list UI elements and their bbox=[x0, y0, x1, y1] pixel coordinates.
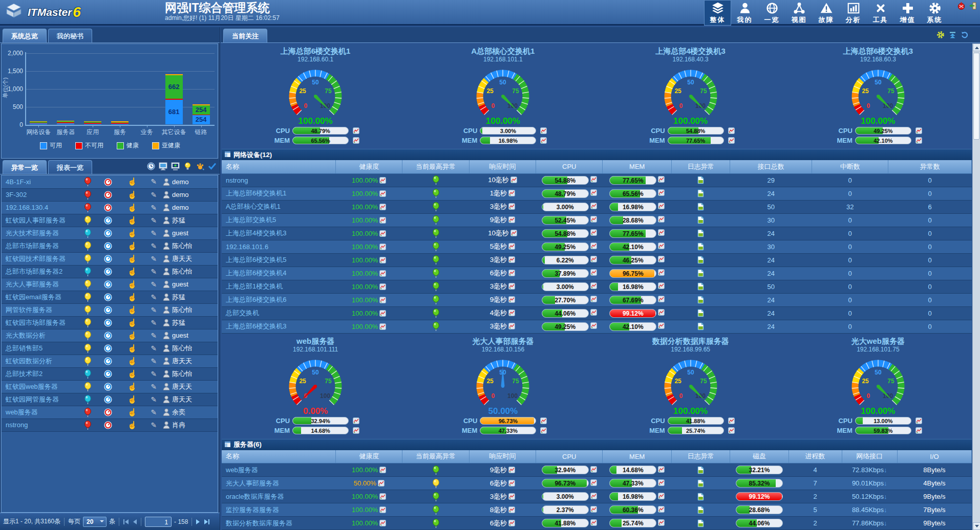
trend-icon[interactable] bbox=[658, 242, 665, 249]
locate-hand-icon[interactable]: ☝ bbox=[127, 421, 137, 429]
column-header[interactable]: CPU bbox=[536, 450, 603, 463]
alarm-balloon-icon[interactable] bbox=[433, 255, 439, 264]
trend-icon[interactable] bbox=[590, 282, 597, 289]
exception-row[interactable]: 总部市场部服务器 ☝ ✎ 陈心怡 bbox=[2, 239, 218, 252]
resource-name[interactable]: 192.168.130.4 bbox=[2, 201, 78, 214]
trend-icon[interactable] bbox=[508, 520, 515, 526]
logout-icon[interactable] bbox=[968, 2, 977, 12]
mini-gauge-icon[interactable] bbox=[104, 370, 112, 378]
log-icon[interactable] bbox=[697, 189, 704, 197]
mini-gauge-icon[interactable] bbox=[104, 306, 112, 314]
bar-segment-不可用[interactable] bbox=[84, 123, 101, 124]
edit-icon[interactable]: ✎ bbox=[151, 421, 157, 429]
trend-icon[interactable] bbox=[658, 296, 665, 302]
bar-应用[interactable] bbox=[84, 121, 101, 124]
alarm-balloon-icon[interactable] bbox=[433, 229, 439, 238]
column-header[interactable]: 中断数 bbox=[812, 160, 888, 173]
alarm-balloon-icon[interactable] bbox=[84, 267, 91, 276]
resource-name[interactable]: 虹钦园技术部服务器 bbox=[2, 252, 78, 265]
alarm-balloon-icon[interactable] bbox=[433, 189, 439, 198]
trend-icon[interactable] bbox=[379, 257, 386, 263]
trend-icon[interactable] bbox=[379, 204, 386, 210]
trend-icon[interactable] bbox=[353, 127, 359, 134]
mini-gauge-icon[interactable] bbox=[104, 255, 112, 263]
locate-hand-icon[interactable]: ☝ bbox=[127, 318, 137, 327]
log-icon[interactable] bbox=[697, 242, 704, 251]
exception-row[interactable]: web服务器 ☝ ✎ 余奕 bbox=[2, 406, 218, 418]
settings-icon[interactable] bbox=[936, 31, 945, 41]
trend-icon[interactable] bbox=[590, 506, 597, 513]
edit-icon[interactable]: ✎ bbox=[151, 229, 157, 237]
trend-icon[interactable] bbox=[915, 137, 922, 144]
trend-icon[interactable] bbox=[508, 243, 515, 250]
refresh-icon[interactable] bbox=[961, 31, 969, 41]
alarm-balloon-icon[interactable] bbox=[84, 357, 91, 366]
check-icon[interactable] bbox=[208, 162, 217, 170]
locate-hand-icon[interactable]: ☝ bbox=[127, 382, 137, 391]
edit-icon[interactable]: ✎ bbox=[151, 408, 157, 416]
trend-icon[interactable] bbox=[379, 177, 386, 184]
bulb-icon[interactable] bbox=[183, 162, 192, 170]
column-header[interactable]: 日志异常 bbox=[672, 450, 730, 463]
trend-icon[interactable] bbox=[590, 176, 597, 183]
mini-gauge-icon[interactable] bbox=[104, 344, 112, 352]
mini-gauge-icon[interactable] bbox=[104, 216, 112, 225]
exception-row[interactable]: 192.168.130.4 ☝ ✎ demo bbox=[2, 201, 218, 214]
exception-row[interactable]: 光大数据分析 ☝ ✎ guest bbox=[2, 329, 218, 342]
trend-icon[interactable] bbox=[540, 417, 547, 424]
device-name[interactable]: 上海总部4楼交换机3 bbox=[222, 227, 336, 240]
device-title[interactable]: web服务器 bbox=[222, 336, 409, 346]
trend-icon[interactable] bbox=[658, 519, 665, 526]
alarm-balloon-icon[interactable] bbox=[84, 203, 91, 212]
bar-segment-可用[interactable]: 254 bbox=[193, 115, 210, 124]
alarm-balloon-icon[interactable] bbox=[433, 215, 439, 225]
mini-gauge-icon[interactable] bbox=[104, 408, 112, 416]
bar-segment-健康[interactable]: 662 bbox=[165, 75, 183, 99]
bar-服务[interactable] bbox=[111, 121, 129, 124]
locate-hand-icon[interactable]: ☝ bbox=[127, 395, 137, 404]
edit-icon[interactable]: ✎ bbox=[151, 216, 157, 225]
scrollbar-thumb[interactable] bbox=[973, 53, 979, 140]
alarm-balloon-icon[interactable] bbox=[84, 331, 91, 340]
exception-row[interactable]: 虹钦园web服务器 ☝ ✎ 唐天天 bbox=[2, 380, 218, 393]
device-row[interactable]: 192.168.101.6 100.00% 5毫秒 49.25% 42.10% … bbox=[222, 240, 972, 253]
device-name[interactable]: 上海总部6楼交换机6 bbox=[222, 293, 336, 306]
bar-segment-健康[interactable] bbox=[30, 122, 47, 123]
bar-segment-可用[interactable] bbox=[84, 124, 101, 125]
trend-icon[interactable] bbox=[353, 417, 359, 424]
resource-name[interactable]: 4B-1F-xi bbox=[2, 175, 78, 188]
column-header[interactable]: 响应时间 bbox=[469, 450, 536, 463]
nav-user[interactable]: 我的 bbox=[731, 0, 758, 26]
trend-icon[interactable] bbox=[658, 203, 665, 209]
tab-系统总览[interactable]: 系统总览 bbox=[3, 29, 47, 42]
locate-hand-icon[interactable]: ☝ bbox=[127, 344, 137, 352]
edit-icon[interactable]: ✎ bbox=[151, 178, 157, 186]
paw-icon[interactable] bbox=[196, 162, 204, 170]
edit-icon[interactable]: ✎ bbox=[151, 204, 157, 212]
locate-hand-icon[interactable]: ☝ bbox=[127, 369, 137, 378]
server-name[interactable]: oracle数据库服务器 bbox=[222, 490, 336, 503]
exception-row[interactable]: 3F-302 ☝ ✎ demo bbox=[2, 188, 218, 201]
mini-gauge-icon[interactable] bbox=[104, 204, 112, 212]
locate-hand-icon[interactable]: ☝ bbox=[127, 267, 137, 276]
log-icon[interactable] bbox=[697, 176, 704, 184]
server-row[interactable]: oracle数据库服务器 100.00% 3毫秒 3.00% 16.98% 99… bbox=[222, 490, 972, 503]
alarm-balloon-icon[interactable] bbox=[84, 382, 91, 391]
trend-icon[interactable] bbox=[658, 216, 665, 223]
alarm-balloon-icon[interactable] bbox=[433, 492, 439, 501]
exception-row[interactable]: 虹钦园网管服务器 ☝ ✎ 唐天天 bbox=[2, 393, 218, 406]
log-icon[interactable] bbox=[697, 203, 704, 211]
trend-icon[interactable] bbox=[915, 127, 922, 134]
server-row[interactable]: 数据分析数据库服务器 100.00% 6毫秒 41.88% 25.74% 44.… bbox=[222, 517, 972, 530]
trend-icon[interactable] bbox=[658, 229, 665, 236]
locate-hand-icon[interactable]: ☝ bbox=[127, 177, 137, 186]
device-row[interactable]: nstrong 100.00% 10毫秒 54.88% 77.65% 29 0 … bbox=[222, 173, 972, 187]
trend-icon[interactable] bbox=[658, 506, 665, 513]
trend-icon[interactable] bbox=[658, 176, 665, 183]
mini-gauge-icon[interactable] bbox=[104, 395, 112, 404]
mini-gauge-icon[interactable] bbox=[104, 319, 112, 327]
device-name[interactable]: 上海总部1楼交换机 bbox=[222, 280, 336, 293]
edit-icon[interactable]: ✎ bbox=[151, 242, 157, 250]
trend-icon[interactable] bbox=[728, 427, 735, 434]
device-name[interactable]: 上海总部6楼交换机1 bbox=[222, 187, 336, 200]
